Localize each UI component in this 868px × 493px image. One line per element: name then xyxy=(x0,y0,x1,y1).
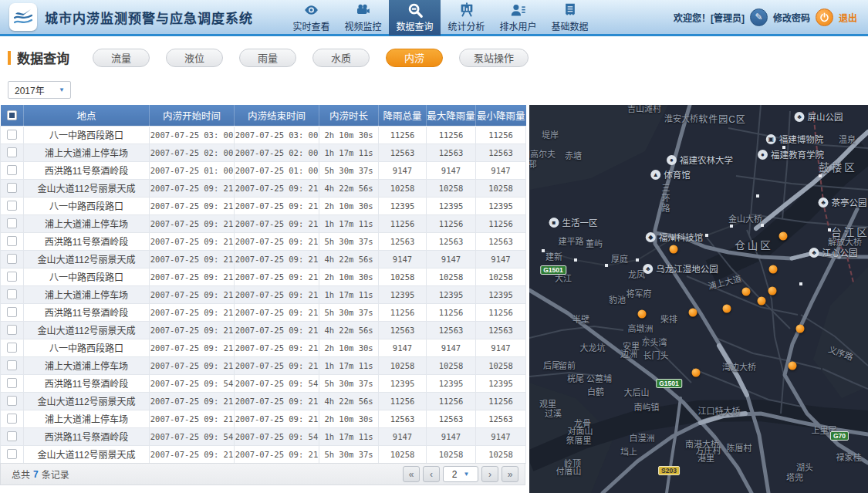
power-icon[interactable] xyxy=(816,8,833,26)
cell-location: 西洪路11号祭酒岭段 xyxy=(24,161,150,179)
row-checkbox[interactable] xyxy=(7,147,17,157)
row-checkbox-cell xyxy=(1,126,24,144)
nav-item-4[interactable]: 统计分析 xyxy=(441,0,492,35)
cell-location: 浦上大道浦上停车场 xyxy=(24,356,150,374)
prev-page-button[interactable]: ‹ xyxy=(423,466,440,482)
edit-password-icon[interactable]: ✎ xyxy=(750,8,768,26)
cell-value: 9147 xyxy=(379,339,427,356)
filter-pill-5[interactable]: 内涝 xyxy=(386,49,443,67)
table-row[interactable]: 金山大道112号丽景天成2007-07-25 09: 212007-07-25 … xyxy=(1,445,526,463)
cell-value: 4h 22m 56s xyxy=(319,392,379,410)
table-row[interactable]: 西洪路11号祭酒岭段2007-07-25 09: 212007-07-25 09… xyxy=(1,303,526,321)
table-row[interactable]: 八一中路西段路口2007-07-25 09: 212007-07-25 09: … xyxy=(1,197,526,214)
table-row[interactable]: 西洪路11号祭酒岭段2007-07-25 09: 542007-07-25 09… xyxy=(1,374,526,392)
road-badge: S203 xyxy=(658,466,680,475)
flood-point-marker[interactable] xyxy=(768,287,777,295)
row-checkbox[interactable] xyxy=(7,431,17,441)
flood-point-marker[interactable] xyxy=(742,288,751,296)
row-checkbox[interactable] xyxy=(7,360,17,370)
row-checkbox[interactable] xyxy=(7,396,17,406)
row-checkbox[interactable] xyxy=(7,236,17,246)
table-row[interactable]: 金山大道112号丽景天成2007-07-25 09: 212007-07-25 … xyxy=(1,250,526,268)
cell-value: 2007-07-25 09: 21 xyxy=(150,214,235,232)
table-row[interactable]: 浦上大道浦上停车场2007-07-25 09: 212007-07-25 09:… xyxy=(1,356,526,374)
row-checkbox[interactable] xyxy=(7,325,17,335)
flood-point-marker[interactable] xyxy=(779,232,788,241)
table-row[interactable]: 八一中路西段路口2007-07-25 03: 002007-07-25 03: … xyxy=(1,126,526,144)
last-page-button[interactable]: » xyxy=(502,466,518,482)
row-checkbox[interactable] xyxy=(7,254,17,264)
flood-point-marker[interactable] xyxy=(670,245,678,254)
table-row[interactable]: 浦上大道浦上停车场2007-07-25 09: 212007-07-25 09:… xyxy=(1,285,526,303)
table-row[interactable]: 浦上大道浦上停车场2007-07-25 09: 212007-07-25 09:… xyxy=(1,410,526,427)
row-checkbox[interactable] xyxy=(7,307,17,317)
logout-link[interactable]: 退出 xyxy=(839,11,857,24)
filter-pill-1[interactable]: 流量 xyxy=(93,49,150,67)
select-all-checkbox[interactable] xyxy=(7,110,17,120)
row-checkbox[interactable] xyxy=(7,218,17,228)
row-checkbox[interactable] xyxy=(7,449,17,459)
flood-point-marker[interactable] xyxy=(758,297,766,306)
city-map[interactable]: 鼓楼区仓山区台江区软件园C区吉山滩村淮安大桥堤岸温泉赤塘阳高尔夫邨金山大桥解放大… xyxy=(529,105,868,493)
row-checkbox[interactable] xyxy=(7,201,17,211)
row-checkbox[interactable] xyxy=(7,272,17,282)
flood-point-marker[interactable] xyxy=(789,362,797,370)
nav-item-2[interactable]: 视频监控 xyxy=(337,0,389,35)
row-checkbox[interactable] xyxy=(7,183,17,193)
first-page-button[interactable]: « xyxy=(403,466,420,482)
chart-icon xyxy=(458,2,476,19)
flood-point-marker[interactable] xyxy=(723,305,731,313)
filter-pill-4[interactable]: 水质 xyxy=(312,49,370,67)
table-row[interactable]: 金山大道112号丽景天成2007-07-25 09: 212007-07-25 … xyxy=(1,179,526,197)
flood-point-marker[interactable] xyxy=(796,325,805,333)
row-checkbox[interactable] xyxy=(7,289,17,299)
cell-value: 9147 xyxy=(476,250,526,268)
table-row[interactable]: 西洪路11号祭酒岭段2007-07-25 01: 002007-07-25 01… xyxy=(1,161,526,179)
table-row[interactable]: 西洪路11号祭酒岭段2007-07-25 09: 212007-07-25 09… xyxy=(1,232,526,250)
cell-value: 12395 xyxy=(476,374,526,392)
nav-item-3[interactable]: 数据查询 xyxy=(389,0,441,35)
cell-value: 2h 10m 30s xyxy=(319,339,379,356)
table-row[interactable]: 金山大道112号丽景天成2007-07-25 09: 212007-07-25 … xyxy=(1,392,526,410)
user-area: 欢迎您！[管理员] ✎ 修改密码 退出 xyxy=(674,8,857,26)
table-row[interactable]: 浦上大道浦上停车场2007-07-25 09: 212007-07-25 09:… xyxy=(1,214,526,232)
change-password-link[interactable]: 修改密码 xyxy=(773,11,810,24)
filter-pill-3[interactable]: 雨量 xyxy=(239,49,296,67)
cell-value: 11256 xyxy=(427,214,476,232)
next-page-button[interactable]: › xyxy=(481,466,498,482)
year-select[interactable]: 2017年 ▼ xyxy=(8,81,71,99)
flood-point-marker[interactable] xyxy=(689,309,697,317)
cell-value: 11256 xyxy=(427,392,476,410)
nav-item-1[interactable]: 实时查看 xyxy=(285,0,337,35)
nav-item-6[interactable]: 基础数据 xyxy=(544,0,596,35)
table-row[interactable]: 浦上大道浦上停车场2007-07-25 02: 002007-07-25 02:… xyxy=(1,144,526,161)
app-header: 城市内涝监测预警与应急调度系统 实时查看视频监控数据查询统计分析排水用户基础数据… xyxy=(0,0,868,36)
row-checkbox[interactable] xyxy=(7,378,17,388)
row-checkbox[interactable] xyxy=(7,414,17,424)
flood-point-marker[interactable] xyxy=(692,369,701,377)
filter-pill-6[interactable]: 泵站操作 xyxy=(459,49,529,67)
filter-pill-2[interactable]: 液位 xyxy=(166,49,223,67)
data-table-area: 地点内涝开始时间内涝结束时间内涝时长降雨总量最大降雨量最小降雨量 八一中路西段路… xyxy=(0,105,525,464)
cell-location: 八一中路西段路口 xyxy=(24,268,150,285)
cell-value: 9147 xyxy=(476,427,526,445)
row-checkbox[interactable] xyxy=(7,130,17,140)
table-row[interactable]: 八一中路西段路口2007-07-25 09: 212007-07-25 09: … xyxy=(1,339,526,356)
cell-value: 11256 xyxy=(476,126,526,144)
poi-label: 福州科技馆 xyxy=(659,231,704,243)
poi-label: 福建农林大学 xyxy=(680,154,733,166)
table-row[interactable]: 西洪路11号祭酒岭段2007-07-25 09: 542007-07-25 09… xyxy=(1,427,526,445)
cell-value: 2007-07-25 09: 21 xyxy=(235,445,319,463)
table-row[interactable]: 金山大道112号丽景天成2007-07-25 09: 212007-07-25 … xyxy=(1,321,526,339)
filter-pills: 流量液位雨量水质内涝泵站操作 xyxy=(93,49,545,67)
nav-item-5[interactable]: 排水用户 xyxy=(492,0,544,35)
flood-point-marker[interactable] xyxy=(769,265,778,274)
row-checkbox-cell xyxy=(1,339,24,356)
search-icon xyxy=(406,2,424,19)
row-checkbox[interactable] xyxy=(7,343,17,353)
page-select[interactable]: 2 ▼ xyxy=(443,466,478,482)
flood-point-marker[interactable] xyxy=(638,310,647,319)
table-row[interactable]: 八一中路西段路口2007-07-25 09: 212007-07-25 09: … xyxy=(1,268,526,285)
row-checkbox[interactable] xyxy=(7,165,17,175)
cell-value: 9147 xyxy=(427,427,476,445)
